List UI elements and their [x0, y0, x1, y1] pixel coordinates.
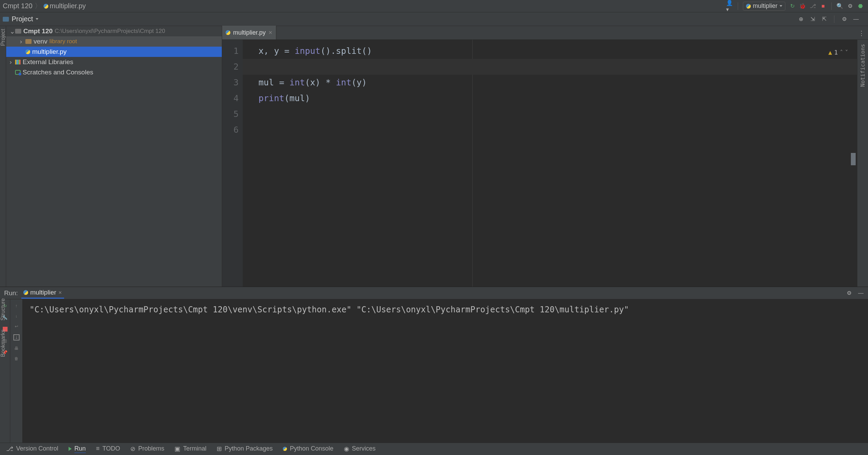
- play-icon: [69, 447, 72, 451]
- editor-area: multiplier.py ✕ ⋮ 1 2 3 4 5 6 ▲ 1 ˄: [222, 26, 868, 287]
- code-line-2[interactable]: [258, 59, 857, 75]
- bottom-toolwindow-bar: ⎇Version Control Run ≡TODO ⊘Problems ▣Te…: [0, 443, 868, 454]
- python-icon: [746, 4, 751, 9]
- inspection-widget[interactable]: ▲ 1 ˄ ˅: [828, 45, 848, 60]
- tree-root[interactable]: ⌄ Cmpt 120 C:\Users\onyxl\PycharmProject…: [6, 26, 222, 36]
- project-toolwindow-header: Project ⊕ ⇲ ⇱ ⚙ —: [0, 12, 868, 26]
- more-tabs-icon[interactable]: ⋮: [858, 29, 865, 37]
- breadcrumb-file[interactable]: multiplier.py: [44, 2, 86, 10]
- chevron-down-icon[interactable]: ⌄: [10, 27, 13, 35]
- bottom-problems[interactable]: ⊘Problems: [130, 445, 164, 453]
- down-icon[interactable]: ↓: [15, 314, 17, 319]
- tree-venv-label: venv: [34, 38, 47, 45]
- left-stripe: Project: [0, 26, 6, 287]
- breadcrumb: Cmpt 120 〉 multiplier.py: [3, 1, 86, 11]
- soft-wrap-icon[interactable]: ↩: [15, 324, 18, 329]
- bottom-pycon-label: Python Console: [290, 445, 333, 452]
- print-icon[interactable]: 🖶: [14, 346, 19, 351]
- tree-venv[interactable]: › venv library root: [6, 36, 222, 47]
- code-editor[interactable]: 1 2 3 4 5 6 ▲ 1 ˄ ˅ x, y = input().split…: [222, 40, 868, 287]
- search-icon[interactable]: 🔍: [836, 3, 843, 10]
- run-tab-multiplier[interactable]: multiplier ✕: [21, 287, 64, 299]
- bookmarks-stripe-button[interactable]: Bookmarks: [0, 330, 6, 357]
- code-line-1[interactable]: x, y = input().split(): [258, 43, 857, 59]
- line-number: 2: [222, 59, 239, 75]
- hide-icon[interactable]: —: [858, 290, 864, 296]
- editor-tabstrip: multiplier.py ✕ ⋮: [222, 26, 868, 40]
- editor-tab-label: multiplier.py: [233, 29, 266, 36]
- gear-icon[interactable]: ⚙: [846, 290, 852, 296]
- bottom-services[interactable]: ◉Services: [344, 445, 376, 453]
- todo-icon: ≡: [96, 445, 100, 452]
- tree-scratches[interactable]: Scratches and Consoles: [6, 67, 222, 77]
- chevron-down-icon[interactable]: ˅: [845, 45, 848, 60]
- tree-root-label: Cmpt 120: [23, 27, 53, 35]
- up-icon[interactable]: ↑: [15, 303, 17, 308]
- code-column[interactable]: ▲ 1 ˄ ˅ x, y = input().split() mul = int…: [243, 40, 857, 287]
- run-config-selector[interactable]: multiplier: [743, 2, 785, 11]
- tree-root-path: C:\Users\onyxl\PycharmProjects\Cmpt 120: [55, 28, 165, 35]
- package-icon: ⊞: [217, 445, 222, 453]
- chevron-right-icon[interactable]: ›: [20, 38, 23, 45]
- code-line-3[interactable]: mul = int(x) * int(y): [258, 75, 857, 91]
- chevron-up-icon[interactable]: ˄: [840, 45, 843, 60]
- close-icon[interactable]: ✕: [58, 290, 62, 295]
- scroll-to-end-icon[interactable]: ⤓: [13, 334, 20, 340]
- bottom-vcs[interactable]: ⎇Version Control: [6, 445, 58, 453]
- bottom-run[interactable]: Run: [69, 445, 86, 452]
- shield-icon[interactable]: ⬣: [857, 3, 864, 10]
- branch-icon: ⎇: [6, 445, 13, 453]
- bottom-python-console[interactable]: Python Console: [283, 445, 333, 452]
- line-number: 5: [222, 106, 239, 122]
- separator: [831, 2, 832, 10]
- folder-icon: [25, 39, 32, 44]
- bottom-services-label: Services: [352, 445, 376, 452]
- debug-icon[interactable]: 🐞: [799, 3, 806, 10]
- settings-icon[interactable]: ⚙: [847, 3, 854, 10]
- bottom-todo[interactable]: ≡TODO: [96, 445, 120, 452]
- line-number: 6: [222, 122, 239, 138]
- bottom-terminal[interactable]: ▣Terminal: [174, 445, 206, 453]
- toolbar-right: 👤▾ multiplier ↻ 🐞 ⎇ ■ 🔍 ⚙ ⬣: [726, 2, 865, 11]
- locate-icon[interactable]: ⊕: [798, 16, 804, 22]
- collapse-all-icon[interactable]: ⇱: [821, 16, 827, 22]
- run-rail-secondary: ↑ ↓ ↩ ⤓ 🖶 🗑: [10, 299, 23, 443]
- structure-stripe-button[interactable]: Structure: [0, 298, 6, 321]
- bottom-pypkg-label: Python Packages: [225, 445, 273, 452]
- warning-count: 1: [834, 45, 838, 60]
- trash-icon[interactable]: 🗑: [14, 356, 19, 361]
- code-line-5[interactable]: [258, 106, 857, 122]
- run-config-name: multiplier: [753, 2, 777, 10]
- project-stripe-button[interactable]: Project: [0, 29, 6, 46]
- console-output[interactable]: "C:\Users\onyxl\PycharmProjects\Cmpt 120…: [23, 299, 868, 443]
- scrollbar-mark: [851, 153, 856, 165]
- tree-file-multiplier[interactable]: multiplier.py: [6, 47, 222, 57]
- run-body: ↻ 🔧 ▥ 📌 ↑ ↓ ↩ ⤓ 🖶 🗑 "C:\Users\onyxl\Pych…: [0, 299, 868, 443]
- chevron-right-icon[interactable]: ›: [10, 58, 13, 66]
- python-icon: [226, 30, 230, 35]
- left-stripe-lower: Structure Bookmarks: [0, 298, 6, 357]
- line-number: 4: [222, 91, 239, 106]
- project-tree[interactable]: ⌄ Cmpt 120 C:\Users\onyxl\PycharmProject…: [6, 26, 222, 287]
- separator: [834, 15, 834, 23]
- breadcrumb-root[interactable]: Cmpt 120: [3, 2, 33, 10]
- coverage-icon[interactable]: ⎇: [809, 3, 816, 10]
- expand-all-icon[interactable]: ⇲: [809, 16, 816, 22]
- tree-venv-tag: library root: [49, 38, 77, 45]
- bottom-problems-label: Problems: [138, 445, 164, 452]
- bottom-python-packages[interactable]: ⊞Python Packages: [217, 445, 273, 453]
- stop-icon[interactable]: ■: [820, 3, 827, 10]
- separator: [738, 2, 738, 10]
- code-line-6[interactable]: [258, 122, 857, 138]
- close-icon[interactable]: ✕: [268, 30, 273, 35]
- hide-icon[interactable]: —: [853, 16, 859, 22]
- code-line-4[interactable]: print(mul): [258, 91, 857, 106]
- gear-icon[interactable]: ⚙: [841, 16, 847, 22]
- editor-tab-multiplier[interactable]: multiplier.py ✕: [222, 26, 276, 39]
- user-icon[interactable]: 👤▾: [726, 3, 733, 10]
- breadcrumb-file-label: multiplier.py: [50, 2, 86, 10]
- tree-ext-libs[interactable]: › External Libraries: [6, 57, 222, 67]
- run-rerun-icon[interactable]: ↻: [789, 3, 796, 10]
- chevron-down-icon[interactable]: [36, 18, 38, 20]
- project-title[interactable]: Project: [12, 15, 33, 23]
